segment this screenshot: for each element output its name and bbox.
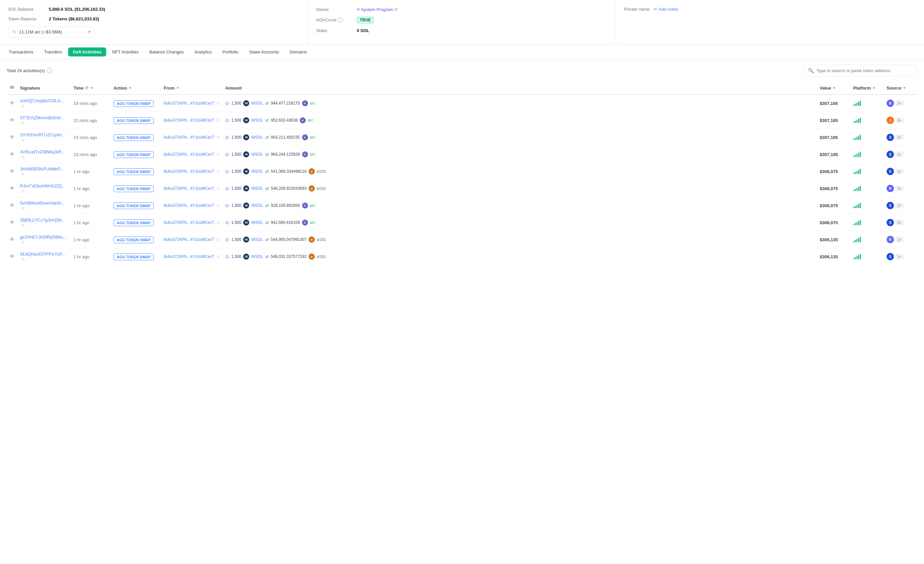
search-box[interactable]: 🔍 [804, 65, 917, 76]
from-link[interactable]: 8u6u372KPb...4YJzuMCecT [164, 237, 214, 242]
token-out-link[interactable]: ai16z [316, 254, 326, 259]
token-out-link[interactable]: arc [310, 203, 316, 208]
from-link[interactable]: 8u6u372KPb...4YJzuMCecT [164, 220, 214, 225]
from-copy-icon[interactable]: ⧉ [217, 169, 220, 174]
eye-icon[interactable]: 👁 [9, 152, 15, 157]
token-out-link[interactable]: arc [310, 135, 316, 140]
token-out-link[interactable]: ai16z [316, 186, 326, 191]
eye-icon[interactable]: 👁 [9, 100, 15, 106]
from-link[interactable]: 8u6u372KPb...4YJzuMCecT [164, 101, 214, 106]
token-selector[interactable]: ↻ 11.11M arc (~$3.56M) ▾ [8, 26, 95, 38]
amount-out: 544,905.047991307 [271, 237, 307, 242]
token-out-link[interactable]: arc [310, 101, 316, 106]
from-link[interactable]: 8u6u372KPb...4YJzuMCecT [164, 152, 214, 157]
sig-link[interactable]: 3HABiSEBsPU6dkrP... [20, 166, 64, 171]
from-link[interactable]: 8u6u372KPb...4YJzuMCecT [164, 203, 214, 208]
sig-copy-icon[interactable]: ⧉ [21, 121, 24, 125]
eye-icon[interactable]: 👁 [9, 202, 15, 208]
sig-link[interactable]: 5vGBWudSiuwVqe3v... [20, 201, 65, 206]
tab-analytics[interactable]: Analytics [190, 48, 216, 57]
wsol-link[interactable]: WSOL [251, 186, 263, 191]
sig-copy-icon[interactable]: ⧉ [21, 104, 24, 108]
from-copy-icon[interactable]: ⧉ [217, 220, 220, 225]
tab-transactions[interactable]: Transactions [4, 48, 38, 57]
time-filter-icon[interactable]: ▼ [90, 86, 93, 90]
wsol-link[interactable]: WSOL [251, 135, 263, 140]
from-link[interactable]: 8u6u372KPb...4YJzuMCecT [164, 135, 214, 140]
eye-icon[interactable]: 👁 [9, 254, 15, 259]
eye-icon[interactable]: 👁 [9, 117, 15, 123]
from-link[interactable]: 8u6u372KPb...4YJzuMCecT [164, 118, 214, 123]
from-link[interactable]: 8u6u372KPb...4YJzuMCecT [164, 169, 214, 174]
check-icon: ⊙ [225, 100, 229, 106]
wsol-link[interactable]: WSOL [251, 237, 263, 242]
token-out-link[interactable]: arc [310, 220, 316, 225]
sig-copy-icon[interactable]: ⧉ [21, 138, 24, 142]
token-out-link[interactable]: ai16z [316, 237, 326, 242]
sig-link[interactable]: 2fjB8LLYCz7gJinhjSb... [20, 218, 66, 222]
eye-icon[interactable]: 👁 [9, 237, 15, 242]
copy-icon[interactable]: ⧉ [394, 7, 398, 12]
sig-copy-icon[interactable]: ⧉ [21, 223, 24, 228]
from-copy-icon[interactable]: ⧉ [217, 254, 220, 259]
wsol-link[interactable]: WSOL [251, 203, 263, 208]
sig-link[interactable]: 5T7EYjZMvno9b3n5r... [20, 115, 64, 120]
sig-link[interactable]: 2XVtS3rvRTUZCzpKr... [20, 132, 66, 137]
th-time: Time ⟳ ▼ [71, 81, 111, 94]
wsol-link[interactable]: WSOL [251, 220, 263, 225]
eye-icon[interactable]: 👁 [9, 186, 15, 191]
from-copy-icon[interactable]: ⧉ [217, 203, 220, 208]
sig-copy-icon[interactable]: ⧉ [21, 155, 24, 159]
from-copy-icon[interactable]: ⧉ [217, 186, 220, 191]
token-out-link[interactable]: arc [308, 118, 314, 123]
from-copy-icon[interactable]: ⧉ [217, 101, 220, 106]
tab-portfolio[interactable]: Portfolio [218, 48, 243, 57]
sig-link[interactable]: 5EdQhsUGf7PFiv7uP... [20, 252, 66, 256]
total-activities-info-icon[interactable]: i [47, 68, 52, 73]
sig-cell: 5T7EYjZMvno9b3n5r... ⧉ [17, 112, 71, 129]
source-filter-icon[interactable]: ▼ [903, 86, 906, 90]
sig-copy-icon[interactable]: ⧉ [21, 189, 24, 194]
from-filter-icon[interactable]: ▼ [176, 86, 180, 90]
sig-link[interactable]: znfSQ7JApj9rZC6LA... [20, 98, 64, 103]
search-input[interactable] [816, 68, 913, 73]
ai16z-token-icon: ai [309, 186, 315, 192]
token-out-link[interactable]: ai16z [316, 169, 326, 174]
tab-transfers[interactable]: Transfers [39, 48, 67, 57]
wsol-link[interactable]: WSOL [251, 118, 263, 123]
from-link[interactable]: 8u6u372KPb...4YJzuMCecT [164, 186, 214, 191]
platform-filter-icon[interactable]: ▼ [872, 86, 876, 90]
tab-domains[interactable]: Domains [285, 48, 311, 57]
value-filter-icon[interactable]: ▼ [832, 86, 836, 90]
sig-link[interactable]: RJmTzE6uhWH3JZQ... [20, 183, 66, 189]
sig-link[interactable]: gx3XhEYJbSfRyDB6u... [20, 234, 66, 240]
tab-nft-activities[interactable]: NFT Activities [108, 48, 143, 57]
add-notes-button[interactable]: ✏ Add notes [654, 7, 678, 12]
system-program-link[interactable]: ≡ System Program ⧉ [357, 7, 398, 12]
tab-balance-changes[interactable]: Balance Changes [145, 48, 188, 57]
sig-copy-icon[interactable]: ⧉ [21, 206, 24, 210]
eye-icon[interactable]: 👁 [9, 134, 15, 140]
from-link[interactable]: 8u6u372KPb...4YJzuMCecT [164, 254, 214, 259]
eye-icon[interactable]: 👁 [9, 168, 15, 174]
eye-icon[interactable]: 👁 [9, 219, 15, 225]
wsol-link[interactable]: WSOL [251, 152, 263, 157]
from-copy-icon[interactable]: ⧉ [217, 237, 220, 242]
tab-stake-accounts[interactable]: Stake Accounts [244, 48, 284, 57]
action-filter-icon[interactable]: ▼ [128, 86, 132, 90]
token-out-link[interactable]: arc [310, 152, 316, 157]
sig-copy-icon[interactable]: ⧉ [21, 172, 24, 176]
source-cell: R 1+ [884, 231, 917, 248]
from-copy-icon[interactable]: ⧉ [217, 152, 220, 157]
tab-defi-activities[interactable]: Defi Activities [68, 48, 106, 57]
wsol-link[interactable]: WSOL [251, 254, 263, 259]
wsol-link[interactable]: WSOL [251, 169, 263, 174]
sig-copy-icon[interactable]: ⧉ [21, 240, 24, 244]
sig-copy-icon[interactable]: ⧉ [21, 257, 24, 262]
time-refresh-icon[interactable]: ⟳ [85, 86, 88, 90]
from-copy-icon[interactable]: ⧉ [217, 135, 220, 140]
from-copy-icon[interactable]: ⧉ [217, 118, 220, 123]
sig-link[interactable]: 4V9LudTvZ98Wa2kR... [20, 149, 65, 154]
wsol-link[interactable]: WSOL [251, 101, 263, 106]
is-on-curve-info-icon[interactable]: i [338, 17, 343, 23]
